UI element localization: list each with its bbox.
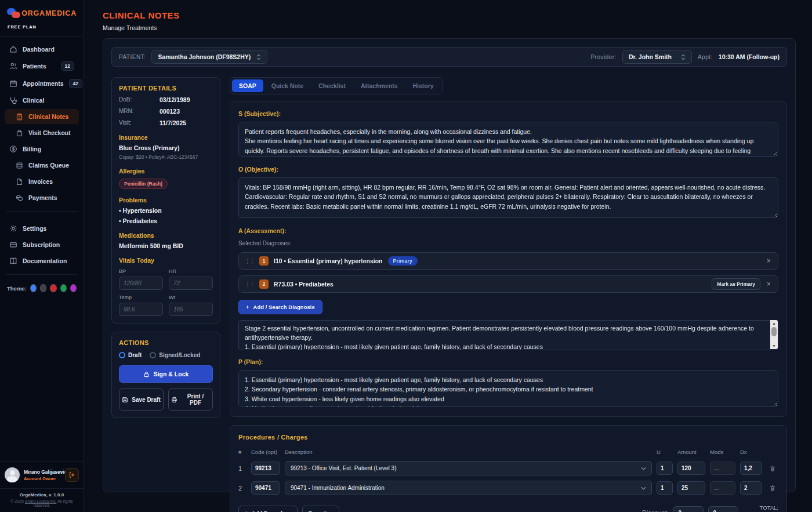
discount-input-1[interactable] xyxy=(673,506,704,512)
draft-radio[interactable]: Draft xyxy=(119,352,142,358)
subjective-textarea[interactable]: Patient reports frequent headaches, espe… xyxy=(238,122,778,157)
code-input[interactable] xyxy=(251,462,280,475)
sidebar-item-patients[interactable]: Patients 12 xyxy=(5,58,79,74)
theme-dot-blue[interactable] xyxy=(30,284,37,292)
sidebar-item-documentation[interactable]: Documentation xyxy=(5,253,79,268)
assessment-text-box[interactable]: Stage 2 essential hypertension, uncontro… xyxy=(238,320,778,350)
bp-input[interactable] xyxy=(119,277,163,290)
sidebar-item-claims-queue[interactable]: Claims Queue xyxy=(5,158,79,173)
save-draft-button[interactable]: Save Draft xyxy=(119,388,164,411)
tab-soap[interactable]: SOAP xyxy=(232,79,263,92)
add-search-diagnosis-button[interactable]: + Add / Search Diagnosis xyxy=(238,300,322,314)
total-label: TOTAL: xyxy=(749,504,778,511)
remove-diagnosis-button[interactable]: × xyxy=(766,257,772,265)
plan-textarea[interactable]: 1. Essential (primary) hypertension - mo… xyxy=(238,370,778,407)
billing-icon xyxy=(9,145,17,153)
provider-select[interactable]: Dr. John Smith xyxy=(622,50,692,64)
sidebar-item-billing[interactable]: Billing xyxy=(5,141,79,157)
clinical-notes-card: PATIENT: Samantha Johnson (DF98S2HY) Pro… xyxy=(103,38,796,492)
save-icon xyxy=(122,397,128,403)
sidebar-item-invoices[interactable]: Invoices xyxy=(5,174,79,189)
discount-input-2[interactable] xyxy=(708,506,738,512)
description-select[interactable]: 90471 - Immunization Administration xyxy=(285,481,652,495)
procedures-table: # Code (opt) Description U Amount Mods D… xyxy=(238,449,778,495)
selected-diagnoses-label: Selected Diagnoses: xyxy=(238,240,778,246)
dx-input[interactable] xyxy=(740,462,762,475)
sidebar-item-settings[interactable]: Settings xyxy=(5,221,79,236)
units-input[interactable] xyxy=(657,481,673,495)
objective-textarea[interactable]: Vitals: BP 158/98 mmHg (right arm, sitti… xyxy=(238,177,778,218)
scroll-up-icon[interactable]: ▲ xyxy=(772,320,776,326)
right-column: SOAP Quick Note Checklist Attachments Hi… xyxy=(230,77,787,512)
page-title: CLINICAL NOTES xyxy=(103,10,796,20)
dx-input[interactable] xyxy=(740,481,762,495)
logout-button[interactable] xyxy=(65,468,79,482)
copyright: © 2025 Sharp Logica Inc. All rights rese… xyxy=(3,499,80,507)
units-input[interactable] xyxy=(657,462,673,475)
add-procedure-button[interactable]: + Add Procedure xyxy=(238,506,298,512)
sidebar-item-visit-checkout[interactable]: Visit Checkout xyxy=(5,125,79,140)
subjective-label: S (Subjective): xyxy=(238,110,778,117)
scroll-down-icon[interactable]: ▼ xyxy=(772,343,776,349)
mods-input[interactable] xyxy=(710,462,735,475)
amount-input[interactable] xyxy=(677,481,705,495)
dob-label: DoB: xyxy=(119,96,160,103)
provider-label: Provider: xyxy=(590,54,617,60)
theme-dot-red[interactable] xyxy=(50,284,56,292)
sidebar-item-payments[interactable]: Payments xyxy=(5,190,79,205)
temp-input[interactable] xyxy=(119,303,163,316)
favorites-button[interactable]: Favorites xyxy=(302,506,339,512)
delete-row-button[interactable] xyxy=(769,465,776,472)
main-content: CLINICAL NOTES Manage Treatments PATIENT… xyxy=(84,0,812,512)
users-icon xyxy=(9,62,17,70)
tab-history[interactable]: History xyxy=(406,79,441,92)
hr-label: HR xyxy=(169,268,213,274)
diagnosis-order-badge: 2 xyxy=(259,279,269,289)
assessment-label: A (Assessment): xyxy=(238,227,778,234)
code-input[interactable] xyxy=(251,481,280,495)
brand: ORGAMEDICA xyxy=(0,0,84,20)
company-link[interactable]: Sharp Logica Inc. xyxy=(25,499,56,503)
visit-value: 11/7/2025 xyxy=(160,119,186,126)
delete-row-button[interactable] xyxy=(769,485,776,492)
sidebar-item-clinical-notes[interactable]: Clinical Notes xyxy=(5,109,79,124)
drag-handle-icon[interactable]: ⋮⋮ xyxy=(245,281,254,288)
mark-primary-button[interactable]: Mark as Primary xyxy=(712,278,760,290)
hr-input[interactable] xyxy=(169,277,213,290)
mods-input[interactable] xyxy=(710,481,735,495)
patient-select[interactable]: Samantha Johnson (DF98S2HY) xyxy=(151,50,267,64)
theme-dot-magenta[interactable] xyxy=(70,284,77,292)
sidebar-item-subscription[interactable]: Subscription xyxy=(5,237,79,252)
sidebar-item-clinical[interactable]: Clinical xyxy=(5,93,79,108)
tab-checklist[interactable]: Checklist xyxy=(311,79,353,92)
print-pdf-button[interactable]: Print / PDF xyxy=(168,388,213,411)
procedures-panel: Procedures / Charges # Code (opt) Descri… xyxy=(230,425,787,512)
remove-diagnosis-button[interactable]: × xyxy=(766,280,772,288)
appointments-count-badge: 42 xyxy=(69,79,82,88)
theme-dot-dark[interactable] xyxy=(40,284,46,292)
patient-bar: PATIENT: Samantha Johnson (DF98S2HY) Pro… xyxy=(111,47,787,67)
medication-item: Metformin 500 mg BID xyxy=(119,242,213,249)
description-select[interactable]: 99213 - Office Visit, Est. Patient (Leve… xyxy=(285,461,652,475)
theme-dot-green[interactable] xyxy=(60,284,67,292)
vitals-title: Vitals Today xyxy=(119,257,213,264)
stethoscope-icon xyxy=(9,96,17,104)
amount-input[interactable] xyxy=(677,462,705,475)
theme-picker: Theme: xyxy=(0,279,84,297)
tab-attachments[interactable]: Attachments xyxy=(354,79,405,92)
procedure-row: 1 99213 - Office Visit, Est. Patient (Le… xyxy=(238,461,778,475)
drag-handle-icon[interactable]: ⋮⋮ xyxy=(245,258,254,264)
tab-quick-note[interactable]: Quick Note xyxy=(264,79,310,92)
actions-title: ACTIONS xyxy=(119,339,213,346)
patient-details-title: PATIENT DETAILS xyxy=(119,85,213,92)
sidebar-item-dashboard[interactable]: Dashboard xyxy=(5,42,79,57)
signed-locked-radio[interactable]: Signed/Locked xyxy=(150,352,200,358)
list-icon xyxy=(15,161,23,169)
sign-lock-button[interactable]: Sign & Lock xyxy=(119,365,213,383)
sidebar-item-appointments[interactable]: Appointments 42 xyxy=(5,75,79,92)
plan-label: P (Plan): xyxy=(238,358,778,365)
primary-badge: Primary xyxy=(388,256,418,266)
scroll-thumb[interactable] xyxy=(771,327,777,336)
scrollbar[interactable]: ▲ ▼ xyxy=(770,320,778,349)
wt-input[interactable] xyxy=(169,303,213,316)
